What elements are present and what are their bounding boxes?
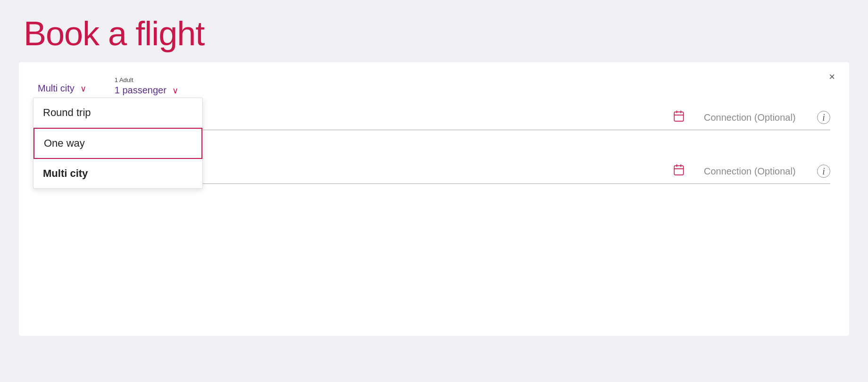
passenger-selector[interactable]: 1 Adult 1 passenger ∨ [115, 76, 178, 96]
booking-card: × Multi city ∨ Round trip One way Multi … [19, 62, 849, 336]
passenger-button[interactable]: 1 passenger ∨ [115, 84, 178, 96]
trip-option-round-trip[interactable]: Round trip [33, 98, 202, 128]
flight-2-depart[interactable]: Depart [174, 166, 673, 177]
page-title: Book a flight [24, 14, 844, 53]
trip-type-current: Multi city [38, 83, 75, 94]
calendar-icon-1[interactable] [673, 110, 685, 125]
passenger-chevron-icon: ∨ [172, 85, 178, 96]
passenger-count-label: 1 passenger [115, 85, 167, 96]
page-wrapper: Book a flight × Multi city ∨ Round trip … [0, 0, 868, 336]
svg-rect-0 [674, 112, 684, 121]
svg-rect-4 [674, 166, 684, 175]
calendar-icon-2[interactable] [673, 164, 685, 179]
top-controls: Multi city ∨ Round trip One way Multi ci… [38, 76, 830, 96]
trip-option-multi-city[interactable]: Multi city [33, 159, 202, 188]
trip-option-one-way[interactable]: One way [33, 128, 202, 159]
info-icon-1[interactable]: i [817, 111, 830, 124]
trip-type-selector[interactable]: Multi city ∨ Round trip One way Multi ci… [38, 81, 86, 96]
flight-1-depart[interactable]: Depart [155, 112, 673, 123]
chevron-down-icon: ∨ [80, 83, 86, 94]
trip-type-button[interactable]: Multi city ∨ [38, 81, 86, 96]
trip-type-dropdown: Round trip One way Multi city [33, 98, 203, 189]
flight-2-connection[interactable]: Connection (Optional) [704, 166, 808, 177]
flight-1-connection[interactable]: Connection (Optional) [704, 112, 808, 123]
info-icon-2[interactable]: i [817, 165, 830, 178]
page-header: Book a flight [0, 0, 868, 62]
passenger-sub-label: 1 Adult [115, 76, 178, 83]
